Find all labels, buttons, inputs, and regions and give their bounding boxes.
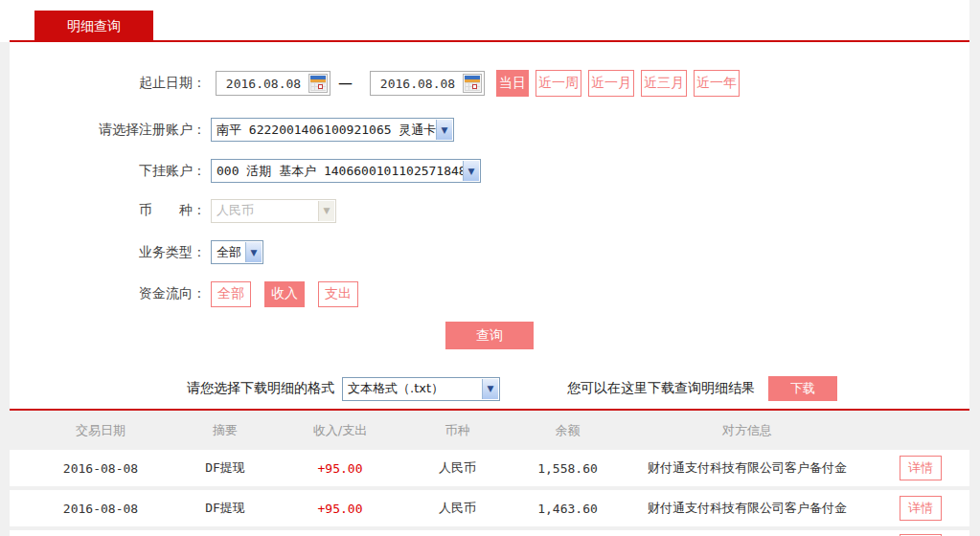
- fund-flow-row: 资金流向： 全部 收入 支出: [10, 280, 969, 307]
- tab-bar: 明细查询: [0, 0, 969, 42]
- business-type-label: 业务类型：: [10, 244, 206, 261]
- calendar-icon[interactable]: [308, 74, 328, 93]
- quick-range-quarter-button[interactable]: 近三月: [641, 70, 687, 97]
- query-button[interactable]: 查询: [445, 322, 534, 349]
- sub-account-select[interactable]: 000 活期 基本户 1406600101102571848 ▼: [211, 159, 481, 183]
- cell-counterparty: 财付通支付科技有限公司客户备付金: [623, 459, 872, 477]
- quick-range-week-button[interactable]: 近一周: [536, 70, 581, 97]
- fund-flow-income-button[interactable]: 收入: [264, 281, 305, 307]
- download-format-select[interactable]: 文本格式（.txt） ▼: [342, 377, 500, 401]
- calendar-day-marker: [318, 84, 323, 89]
- sub-account-row: 下挂账户： 000 活期 基本户 1406600101102571848 ▼: [10, 159, 969, 183]
- header-currency: 币种: [402, 422, 513, 439]
- table-row: 2016-08-08 DF提现 +95.00 人民币 1,558.60 财付通支…: [10, 450, 969, 486]
- register-account-row: 请选择注册账户： 南平 6222001406100921065 灵通卡 ▼: [10, 118, 969, 142]
- fund-flow-expense-button[interactable]: 支出: [318, 281, 358, 307]
- currency-label: 币 种：: [10, 202, 206, 219]
- cell-amount: +95.00: [278, 502, 402, 516]
- start-date-input[interactable]: 2016.08.08: [216, 71, 330, 96]
- register-account-select[interactable]: 南平 6222001406100921065 灵通卡 ▼: [211, 118, 454, 142]
- download-row: 请您选择下载明细的格式 文本格式（.txt） ▼ 您可以在这里下载查询明细结果 …: [10, 376, 969, 401]
- quick-range-today-button[interactable]: 当日: [496, 70, 529, 97]
- date-separator: —: [338, 75, 353, 92]
- quick-range-month-button[interactable]: 近一月: [588, 70, 634, 97]
- header-counterparty: 对方信息: [623, 422, 872, 439]
- header-balance: 余额: [513, 422, 623, 439]
- business-type-row: 业务类型： 全部 ▼: [10, 240, 969, 264]
- register-account-value: 南平 6222001406100921065 灵通卡: [212, 122, 453, 139]
- date-range-label: 起止日期：: [10, 75, 206, 92]
- sub-account-value: 000 活期 基本户 1406600101102571848: [212, 163, 480, 180]
- table-header-row: 交易日期 摘要 收入/支出 币种 余额 对方信息: [10, 411, 969, 450]
- calendar-day-marker: [472, 84, 477, 89]
- sub-account-label: 下挂账户：: [10, 163, 206, 180]
- date-range-row: 起止日期： 2016.08.08 — 2016.08.08 当日 近一周 近一月…: [10, 70, 969, 97]
- table-body: 2016-08-08 DF提现 +95.00 人民币 1,558.60 财付通支…: [10, 450, 969, 536]
- currency-value: 人民币: [212, 202, 335, 219]
- download-button[interactable]: 下载: [768, 376, 837, 401]
- cell-counterparty: 财付通支付科技有限公司客户备付金: [623, 500, 872, 517]
- cell-trade-date: 2016-08-08: [29, 461, 172, 476]
- cell-summary: DF提现: [172, 500, 278, 517]
- fund-flow-label: 资金流向：: [10, 285, 206, 302]
- header-summary: 摘要: [172, 422, 278, 439]
- download-hint-text: 您可以在这里下载查询明细结果: [567, 380, 755, 397]
- cell-currency: 人民币: [402, 500, 513, 517]
- tab-label: 明细查询: [67, 18, 121, 35]
- fund-flow-all-button[interactable]: 全部: [211, 281, 251, 307]
- currency-row: 币 种： 人民币 ▼: [10, 198, 969, 223]
- cell-trade-date: 2016-08-08: [29, 502, 172, 516]
- chevron-down-icon: ▼: [318, 201, 334, 221]
- download-format-label: 请您选择下载明细的格式: [187, 380, 334, 397]
- header-income-expense: 收入/支出: [278, 422, 402, 439]
- cell-currency: 人民币: [402, 459, 513, 477]
- chevron-down-icon: ▼: [245, 242, 262, 262]
- chevron-down-icon: ▼: [436, 120, 452, 140]
- currency-select: 人民币 ▼: [211, 199, 336, 223]
- table-row-clipped: [10, 530, 969, 536]
- quick-range-year-button[interactable]: 近一年: [694, 70, 740, 97]
- detail-button[interactable]: 详情: [900, 456, 942, 480]
- business-type-select[interactable]: 全部 ▼: [211, 240, 263, 264]
- chevron-down-icon: ▼: [463, 161, 479, 181]
- cell-balance: 1,558.60: [513, 461, 623, 476]
- cell-summary: DF提现: [172, 459, 278, 477]
- query-form-panel: 起止日期： 2016.08.08 — 2016.08.08 当日 近一周 近一月…: [10, 42, 969, 409]
- chevron-down-icon: ▼: [482, 379, 498, 399]
- cell-balance: 1,463.60: [513, 502, 623, 516]
- end-date-input[interactable]: 2016.08.08: [370, 71, 485, 96]
- cell-amount: +95.00: [278, 461, 402, 476]
- table-row: 2016-08-08 DF提现 +95.00 人民币 1,463.60 财付通支…: [10, 490, 969, 526]
- download-format-value: 文本格式（.txt）: [343, 380, 499, 397]
- query-button-row: 查询: [10, 322, 969, 349]
- register-account-label: 请选择注册账户：: [10, 122, 206, 139]
- tab-detail-query[interactable]: 明细查询: [34, 11, 153, 42]
- detail-button[interactable]: 详情: [900, 496, 942, 521]
- calendar-icon[interactable]: [463, 74, 482, 93]
- header-trade-date: 交易日期: [29, 422, 172, 439]
